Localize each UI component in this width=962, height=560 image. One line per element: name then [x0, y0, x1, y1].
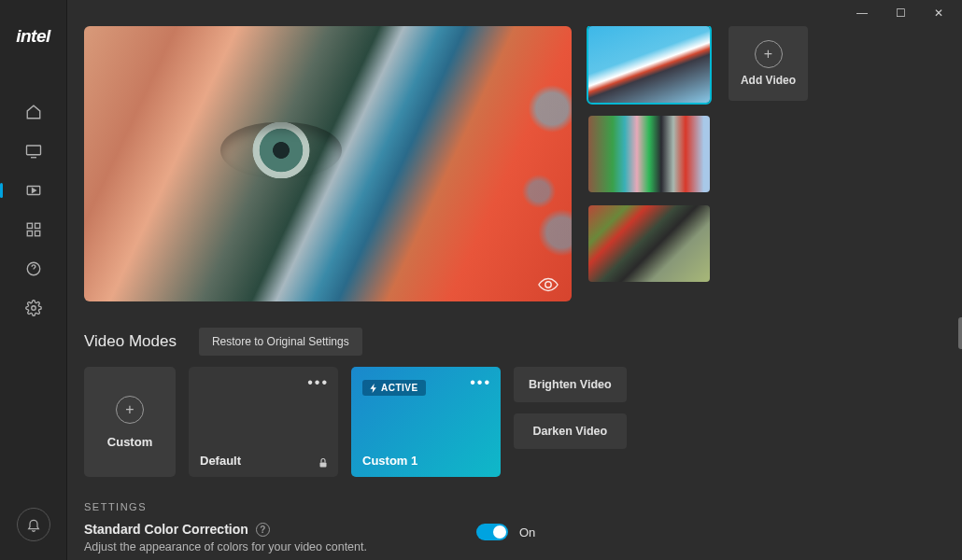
window-close[interactable]: ✕ — [934, 7, 943, 20]
nav-apps[interactable] — [24, 220, 43, 239]
preview-graphic — [220, 122, 342, 178]
add-video-button[interactable]: + Add Video — [729, 26, 808, 101]
nav-help[interactable] — [24, 259, 43, 278]
thumbnail-column — [588, 26, 710, 301]
mode-default[interactable]: ••• Default — [189, 367, 338, 477]
settings-heading: SETTINGS — [84, 501, 945, 512]
active-badge: ACTIVE — [362, 380, 426, 396]
video-icon — [25, 182, 42, 199]
home-icon — [25, 104, 42, 120]
svg-point-8 — [545, 282, 551, 287]
window-minimize[interactable]: — — [856, 7, 868, 20]
custom-mode-add[interactable]: + Custom — [84, 367, 176, 477]
toggle-state-label: On — [519, 525, 535, 539]
mode-custom-1[interactable]: ••• ACTIVE Custom 1 — [351, 367, 501, 477]
svg-rect-4 — [27, 231, 32, 236]
nav-display[interactable] — [24, 142, 43, 161]
right-edge-handle[interactable] — [958, 317, 962, 349]
bell-icon — [26, 517, 41, 532]
plus-icon: + — [116, 396, 144, 424]
svg-rect-2 — [27, 223, 32, 228]
more-icon[interactable]: ••• — [470, 374, 491, 391]
main-area: — ☐ ✕ + Add Video Video Modes Rest — [67, 0, 962, 560]
restore-settings-button[interactable]: Restore to Original Settings — [199, 328, 362, 356]
color-correction-title: Standard Color Correction ? — [84, 522, 439, 537]
add-video-label: Add Video — [741, 74, 796, 87]
video-preview — [84, 26, 572, 301]
nav-home[interactable] — [24, 103, 43, 121]
plus-icon: + — [755, 40, 783, 68]
thumbnail-2[interactable] — [588, 116, 710, 192]
notifications-button[interactable] — [17, 508, 50, 541]
gear-icon — [25, 300, 42, 316]
brighten-video-button[interactable]: Brighten Video — [514, 367, 627, 402]
nav-list — [24, 103, 43, 317]
thumbnail-3[interactable] — [588, 205, 710, 282]
svg-point-7 — [31, 306, 35, 311]
window-titlebar: — ☐ ✕ — [67, 0, 962, 26]
eye-icon[interactable] — [538, 277, 559, 292]
nav-settings[interactable] — [24, 299, 43, 317]
mode-custom-1-label: Custom 1 — [362, 454, 489, 468]
monitor-icon — [25, 143, 42, 160]
sidebar: intel — [0, 0, 67, 560]
nav-video[interactable] — [24, 181, 43, 200]
grid-icon — [25, 221, 42, 238]
help-icon — [25, 260, 42, 277]
custom-mode-label: Custom — [107, 435, 152, 449]
toggle-knob — [493, 525, 506, 539]
svg-rect-0 — [26, 146, 40, 155]
help-icon[interactable]: ? — [256, 523, 270, 537]
window-maximize[interactable]: ☐ — [896, 7, 906, 20]
darken-video-button[interactable]: Darken Video — [514, 413, 627, 449]
color-correction-desc: Adjust the appearance of colors for your… — [84, 540, 439, 553]
bolt-icon — [370, 384, 377, 393]
thumbnail-1[interactable] — [588, 26, 710, 103]
video-modes-title: Video Modes — [84, 332, 177, 351]
mode-default-label: Default — [200, 454, 327, 468]
more-icon[interactable]: ••• — [307, 374, 329, 391]
color-correction-toggle[interactable] — [476, 524, 508, 540]
lock-icon — [318, 456, 329, 469]
svg-rect-5 — [35, 231, 39, 236]
svg-rect-9 — [320, 463, 327, 468]
svg-rect-3 — [35, 223, 39, 228]
intel-logo: intel — [16, 26, 50, 47]
